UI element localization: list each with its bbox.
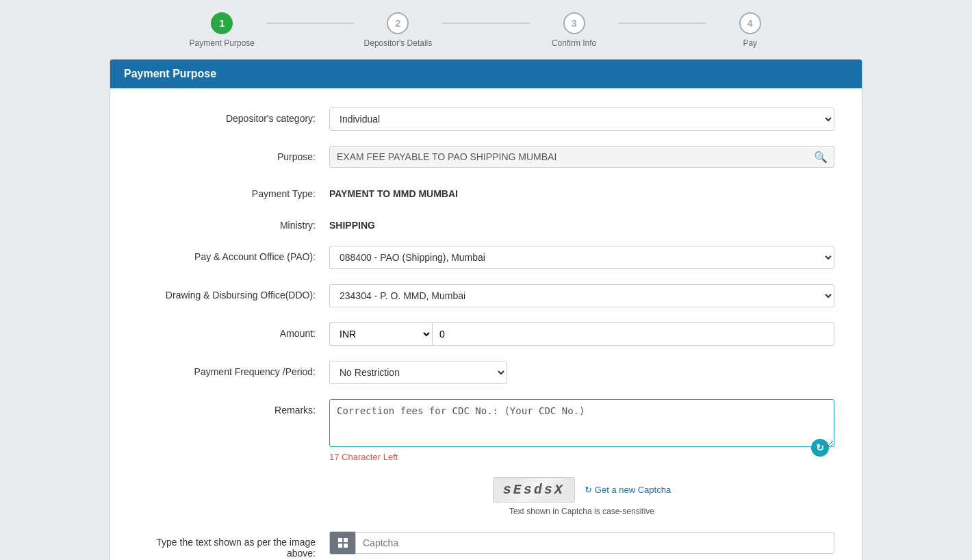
- step-3-circle: 3: [563, 12, 585, 34]
- amount-row: Amount: INR USD EUR: [138, 322, 834, 346]
- frequency-select[interactable]: No Restriction Daily Weekly Monthly Year…: [329, 361, 507, 384]
- remarks-refresh-icon[interactable]: ↻: [811, 439, 829, 457]
- step-1: 1 Payment Purpose: [178, 12, 266, 48]
- svg-rect-3: [344, 544, 348, 548]
- purpose-input[interactable]: [329, 146, 834, 168]
- captcha-input[interactable]: [355, 532, 834, 554]
- ddo-row: Drawing & Disbursing Office(DDO): 234304…: [138, 284, 834, 307]
- search-icon[interactable]: 🔍: [814, 151, 828, 164]
- step-line-3: [618, 23, 706, 24]
- remarks-label: Remarks:: [138, 399, 329, 416]
- captcha-image: sEsdsX: [493, 477, 575, 502]
- payment-type-label: Payment Type:: [138, 183, 329, 199]
- step-4-circle: 4: [739, 12, 761, 34]
- step-2: 2 Depositor's Details: [354, 12, 442, 48]
- step-line-1: [266, 23, 355, 24]
- frequency-row: Payment Frequency /Period: No Restrictio…: [138, 361, 834, 384]
- depositor-category-label: Depositor's category:: [138, 107, 329, 124]
- refresh-icon: ↻: [585, 485, 592, 495]
- main-panel-wrapper: Payment Purpose Depositor's category: In…: [0, 59, 972, 560]
- pao-label: Pay & Account Office (PAO):: [138, 246, 329, 262]
- captcha-input-wrapper: [329, 531, 834, 555]
- remarks-textarea[interactable]: Correction fees for CDC No.: (Your CDC N…: [329, 399, 834, 447]
- step-2-label: Depositor's Details: [364, 38, 433, 48]
- ministry-label: Ministry:: [138, 214, 329, 231]
- step-4-label: Pay: [743, 38, 757, 48]
- ddo-select[interactable]: 234304 - P. O. MMD, Mumbai: [329, 284, 834, 307]
- captcha-input-label: Type the text shown as per the image abo…: [138, 531, 329, 559]
- captcha-display-row: sEsdsX ↻ Get a new Captcha Text shown in…: [138, 477, 834, 516]
- step-1-label: Payment Purpose: [190, 38, 255, 48]
- purpose-row: Purpose: 🔍: [138, 146, 834, 168]
- captcha-section: sEsdsX ↻ Get a new Captcha Text shown in…: [329, 477, 834, 516]
- payment-type-row: Payment Type: PAYMENT TO MMD MUMBAI: [138, 183, 834, 199]
- svg-rect-1: [344, 538, 348, 542]
- purpose-wrapper: 🔍: [329, 146, 834, 168]
- remarks-row: Remarks: Correction fees for CDC No.: (Y…: [138, 399, 834, 462]
- captcha-input-row: Type the text shown as per the image abo…: [138, 531, 834, 559]
- pao-row: Pay & Account Office (PAO): 088400 - PAO…: [138, 246, 834, 269]
- pao-select[interactable]: 088400 - PAO (Shipping), Mumbai: [329, 246, 834, 269]
- frequency-label: Payment Frequency /Period:: [138, 361, 329, 377]
- currency-select[interactable]: INR USD EUR: [329, 322, 432, 346]
- amount-input[interactable]: [432, 322, 834, 346]
- ministry-row: Ministry: SHIPPING: [138, 214, 834, 231]
- captcha-hint: Text shown in Captcha is case-sensitive: [509, 507, 654, 516]
- ddo-label: Drawing & Disbursing Office(DDO):: [138, 284, 329, 301]
- captcha-refresh-link[interactable]: ↻ Get a new Captcha: [585, 485, 671, 495]
- step-2-circle: 2: [387, 12, 409, 34]
- remarks-wrapper: Correction fees for CDC No.: (Your CDC N…: [329, 399, 834, 462]
- char-count: 17 Character Left: [329, 452, 834, 462]
- depositor-category-select[interactable]: Individual Non-Individual: [329, 107, 834, 131]
- captcha-display-label: [138, 477, 329, 483]
- captcha-row: sEsdsX ↻ Get a new Captcha: [493, 477, 671, 502]
- panel-body: Depositor's category: Individual Non-Ind…: [110, 88, 862, 560]
- amount-label: Amount:: [138, 322, 329, 339]
- step-4: 4 Pay: [706, 12, 794, 48]
- svg-rect-2: [338, 544, 342, 548]
- step-1-circle: 1: [211, 12, 233, 34]
- purpose-label: Purpose:: [138, 146, 329, 162]
- step-line-2: [442, 23, 530, 24]
- grid-icon: [329, 531, 355, 555]
- amount-wrapper: INR USD EUR: [329, 322, 834, 346]
- step-3-label: Confirm Info: [552, 38, 596, 48]
- payment-purpose-panel: Payment Purpose Depositor's category: In…: [110, 59, 862, 560]
- svg-rect-0: [338, 538, 342, 542]
- ministry-value: SHIPPING: [329, 214, 834, 231]
- panel-header: Payment Purpose: [110, 60, 862, 88]
- stepper: 1 Payment Purpose 2 Depositor's Details …: [0, 0, 972, 59]
- step-3: 3 Confirm Info: [530, 12, 618, 48]
- payment-type-value: PAYMENT TO MMD MUMBAI: [329, 183, 834, 199]
- depositor-category-row: Depositor's category: Individual Non-Ind…: [138, 107, 834, 131]
